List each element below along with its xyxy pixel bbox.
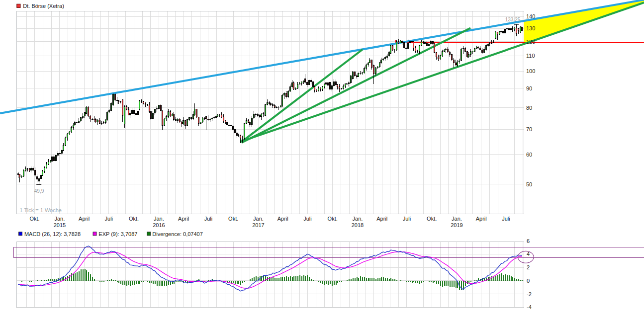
svg-text:2: 2 [527, 264, 530, 270]
svg-text:Jan.: Jan. [55, 216, 65, 222]
svg-text:-2: -2 [527, 291, 532, 297]
svg-text:Okt.: Okt. [328, 216, 338, 222]
svg-text:2017: 2017 [252, 222, 264, 228]
svg-text:0: 0 [527, 278, 530, 284]
svg-text:130: 130 [526, 25, 535, 31]
svg-text:110: 110 [526, 53, 535, 59]
svg-text:EXP (9): 3,7087: EXP (9): 3,7087 [98, 231, 137, 237]
svg-text:49,9: 49,9 [34, 188, 44, 194]
svg-text:90: 90 [526, 85, 532, 91]
svg-text:April: April [476, 216, 487, 222]
svg-text:April: April [376, 216, 387, 222]
svg-text:Juli: Juli [105, 216, 113, 222]
svg-text:2015: 2015 [54, 222, 66, 228]
svg-text:-4: -4 [527, 304, 532, 310]
svg-text:60: 60 [526, 152, 532, 158]
svg-text:4: 4 [527, 251, 530, 257]
svg-text:120: 120 [526, 39, 535, 45]
svg-text:6: 6 [527, 238, 530, 244]
svg-text:Okt.: Okt. [129, 216, 139, 222]
svg-text:Divergence: 0,07407: Divergence: 0,07407 [152, 231, 203, 237]
svg-text:Okt.: Okt. [427, 216, 437, 222]
svg-text:Jan.: Jan. [154, 216, 164, 222]
svg-text:Juli: Juli [204, 216, 213, 222]
svg-text:Dt. Börse (Xetra): Dt. Börse (Xetra) [23, 3, 64, 9]
svg-text:2018: 2018 [352, 222, 364, 228]
svg-text:50: 50 [526, 181, 532, 187]
svg-text:April: April [277, 216, 288, 222]
svg-text:Juli: Juli [303, 216, 312, 222]
svg-text:70: 70 [526, 126, 532, 132]
svg-text:Juli: Juli [403, 216, 411, 222]
svg-text:100: 100 [526, 68, 535, 74]
svg-text:Jan.: Jan. [452, 216, 462, 222]
svg-text:80: 80 [526, 105, 532, 111]
svg-text:2016: 2016 [153, 222, 165, 228]
svg-text:April: April [178, 216, 189, 222]
svg-text:Jan.: Jan. [253, 216, 264, 222]
svg-text:1 Tick = 1 Woche: 1 Tick = 1 Woche [20, 207, 62, 213]
svg-text:Okt.: Okt. [228, 216, 238, 222]
svg-text:Juli: Juli [502, 216, 510, 222]
svg-text:Jan.: Jan. [353, 216, 363, 222]
svg-text:MACD (26, 12): 3,7828: MACD (26, 12): 3,7828 [24, 231, 81, 237]
svg-text:140: 140 [526, 13, 535, 19]
svg-text:133,25: 133,25 [505, 17, 521, 22]
svg-text:April: April [79, 216, 90, 222]
svg-text:2019: 2019 [451, 222, 462, 228]
svg-text:Okt.: Okt. [30, 216, 40, 222]
